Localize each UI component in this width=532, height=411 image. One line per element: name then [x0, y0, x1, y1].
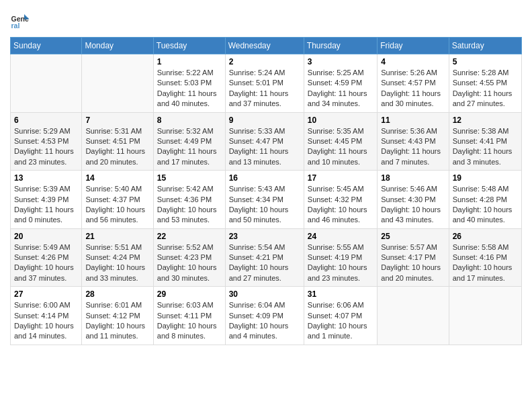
- day-info: Sunrise: 5:55 AM Sunset: 4:19 PM Dayligh…: [308, 242, 373, 284]
- day-number: 10: [308, 116, 373, 125]
- weekday-header: Saturday: [449, 38, 521, 54]
- sunset-text: Sunset: 4:09 PM: [229, 311, 300, 321]
- day-number: 20: [14, 232, 78, 241]
- day-info: Sunrise: 5:28 AM Sunset: 4:55 PM Dayligh…: [453, 68, 518, 109]
- sunset-text: Sunset: 4:16 PM: [453, 253, 518, 263]
- calendar-week-row: 13 Sunrise: 5:39 AM Sunset: 4:39 PM Dayl…: [11, 171, 522, 229]
- day-number: 17: [308, 173, 373, 183]
- day-info: Sunrise: 6:03 AM Sunset: 4:11 PM Dayligh…: [157, 300, 222, 342]
- sunrise-text: Sunrise: 5:26 AM: [381, 68, 445, 78]
- sunset-text: Sunset: 4:57 PM: [381, 78, 445, 88]
- sunrise-text: Sunrise: 5:55 AM: [308, 242, 373, 253]
- day-info: Sunrise: 5:22 AM Sunset: 5:03 PM Dayligh…: [157, 68, 222, 109]
- day-info: Sunrise: 5:26 AM Sunset: 4:57 PM Dayligh…: [381, 68, 445, 109]
- day-number: 16: [229, 173, 300, 183]
- daylight-text: Daylight: 10 hours and 46 minutes.: [308, 205, 373, 226]
- day-number: 24: [308, 232, 373, 241]
- day-number: 21: [85, 232, 149, 241]
- sunset-text: Sunset: 4:26 PM: [14, 253, 78, 263]
- daylight-text: Daylight: 11 hours and 34 minutes.: [308, 89, 373, 109]
- calendar-cell: 7 Sunrise: 5:31 AM Sunset: 4:51 PM Dayli…: [82, 112, 153, 171]
- sunrise-text: Sunrise: 5:42 AM: [157, 184, 222, 194]
- day-number: 25: [381, 232, 445, 241]
- sunrise-text: Sunrise: 5:51 AM: [85, 242, 149, 253]
- day-info: Sunrise: 6:00 AM Sunset: 4:14 PM Dayligh…: [14, 300, 78, 342]
- calendar-cell: 17 Sunrise: 5:45 AM Sunset: 4:32 PM Dayl…: [304, 171, 377, 229]
- sunset-text: Sunset: 4:49 PM: [157, 136, 222, 146]
- day-info: Sunrise: 5:54 AM Sunset: 4:21 PM Dayligh…: [229, 242, 300, 284]
- day-info: Sunrise: 6:06 AM Sunset: 4:07 PM Dayligh…: [308, 300, 373, 342]
- daylight-text: Daylight: 11 hours and 23 minutes.: [14, 146, 78, 167]
- day-number: 19: [453, 173, 518, 183]
- day-number: 2: [229, 57, 300, 66]
- sunset-text: Sunset: 4:37 PM: [85, 195, 149, 205]
- sunrise-text: Sunrise: 5:22 AM: [157, 68, 222, 78]
- sunrise-text: Sunrise: 6:04 AM: [229, 300, 300, 310]
- daylight-text: Daylight: 10 hours and 23 minutes.: [308, 263, 373, 283]
- sunset-text: Sunset: 5:03 PM: [157, 78, 222, 88]
- logo: Gene ral: [10, 10, 34, 30]
- weekday-header-row: SundayMondayTuesdayWednesdayThursdayFrid…: [11, 38, 522, 54]
- sunset-text: Sunset: 4:47 PM: [229, 136, 300, 146]
- calendar-cell: 12 Sunrise: 5:38 AM Sunset: 4:41 PM Dayl…: [449, 112, 521, 171]
- day-number: 3: [308, 57, 373, 66]
- sunrise-text: Sunrise: 5:43 AM: [229, 184, 300, 194]
- calendar-cell: 1 Sunrise: 5:22 AM Sunset: 5:03 PM Dayli…: [153, 54, 225, 113]
- sunset-text: Sunset: 4:51 PM: [85, 136, 149, 146]
- daylight-text: Daylight: 11 hours and 13 minutes.: [229, 146, 300, 167]
- day-number: 31: [308, 289, 373, 299]
- sunset-text: Sunset: 4:43 PM: [381, 136, 445, 146]
- weekday-header: Wednesday: [225, 38, 304, 54]
- daylight-text: Daylight: 11 hours and 20 minutes.: [85, 146, 149, 167]
- sunset-text: Sunset: 4:24 PM: [85, 253, 149, 263]
- sunset-text: Sunset: 4:21 PM: [229, 253, 300, 263]
- day-info: Sunrise: 5:39 AM Sunset: 4:39 PM Dayligh…: [14, 184, 78, 226]
- day-info: Sunrise: 6:01 AM Sunset: 4:12 PM Dayligh…: [85, 300, 149, 342]
- calendar-cell: 23 Sunrise: 5:54 AM Sunset: 4:21 PM Dayl…: [225, 228, 304, 287]
- day-number: 28: [85, 289, 149, 299]
- sunrise-text: Sunrise: 5:25 AM: [308, 68, 373, 78]
- daylight-text: Daylight: 10 hours and 4 minutes.: [229, 321, 300, 342]
- calendar-cell: [449, 287, 521, 345]
- sunset-text: Sunset: 4:17 PM: [381, 253, 445, 263]
- sunrise-text: Sunrise: 5:52 AM: [157, 242, 222, 253]
- sunrise-text: Sunrise: 5:36 AM: [381, 126, 445, 136]
- sunset-text: Sunset: 4:53 PM: [14, 136, 78, 146]
- daylight-text: Daylight: 11 hours and 7 minutes.: [381, 146, 445, 167]
- sunrise-text: Sunrise: 6:00 AM: [14, 300, 78, 310]
- daylight-text: Daylight: 10 hours and 50 minutes.: [229, 205, 300, 226]
- sunset-text: Sunset: 4:39 PM: [14, 195, 78, 205]
- day-number: 29: [157, 289, 222, 299]
- sunrise-text: Sunrise: 5:49 AM: [14, 242, 78, 253]
- day-number: 1: [157, 57, 222, 66]
- sunset-text: Sunset: 4:59 PM: [308, 78, 373, 88]
- day-number: 9: [229, 116, 300, 125]
- day-number: 4: [381, 57, 445, 66]
- day-number: 23: [229, 232, 300, 241]
- day-info: Sunrise: 5:25 AM Sunset: 4:59 PM Dayligh…: [308, 68, 373, 109]
- sunset-text: Sunset: 4:23 PM: [157, 253, 222, 263]
- day-number: 14: [85, 173, 149, 183]
- sunrise-text: Sunrise: 5:33 AM: [229, 126, 300, 136]
- daylight-text: Daylight: 10 hours and 17 minutes.: [453, 263, 518, 283]
- sunrise-text: Sunrise: 5:46 AM: [381, 184, 445, 194]
- calendar-cell: 30 Sunrise: 6:04 AM Sunset: 4:09 PM Dayl…: [225, 287, 304, 345]
- sunset-text: Sunset: 4:34 PM: [229, 195, 300, 205]
- sunrise-text: Sunrise: 5:45 AM: [308, 184, 373, 194]
- weekday-header: Sunday: [11, 38, 82, 54]
- day-info: Sunrise: 6:04 AM Sunset: 4:09 PM Dayligh…: [229, 300, 300, 342]
- day-number: 6: [14, 116, 78, 125]
- sunrise-text: Sunrise: 5:58 AM: [453, 242, 518, 253]
- sunrise-text: Sunrise: 5:35 AM: [308, 126, 373, 136]
- daylight-text: Daylight: 10 hours and 30 minutes.: [157, 263, 222, 283]
- sunrise-text: Sunrise: 5:24 AM: [229, 68, 300, 78]
- sunset-text: Sunset: 4:14 PM: [14, 311, 78, 321]
- day-info: Sunrise: 5:57 AM Sunset: 4:17 PM Dayligh…: [381, 242, 445, 284]
- daylight-text: Daylight: 10 hours and 53 minutes.: [157, 205, 222, 226]
- weekday-header: Tuesday: [153, 38, 225, 54]
- calendar-cell: 28 Sunrise: 6:01 AM Sunset: 4:12 PM Dayl…: [82, 287, 153, 345]
- calendar-cell: 8 Sunrise: 5:32 AM Sunset: 4:49 PM Dayli…: [153, 112, 225, 171]
- calendar-cell: 9 Sunrise: 5:33 AM Sunset: 4:47 PM Dayli…: [225, 112, 304, 171]
- day-number: 22: [157, 232, 222, 241]
- calendar-week-row: 6 Sunrise: 5:29 AM Sunset: 4:53 PM Dayli…: [11, 112, 522, 171]
